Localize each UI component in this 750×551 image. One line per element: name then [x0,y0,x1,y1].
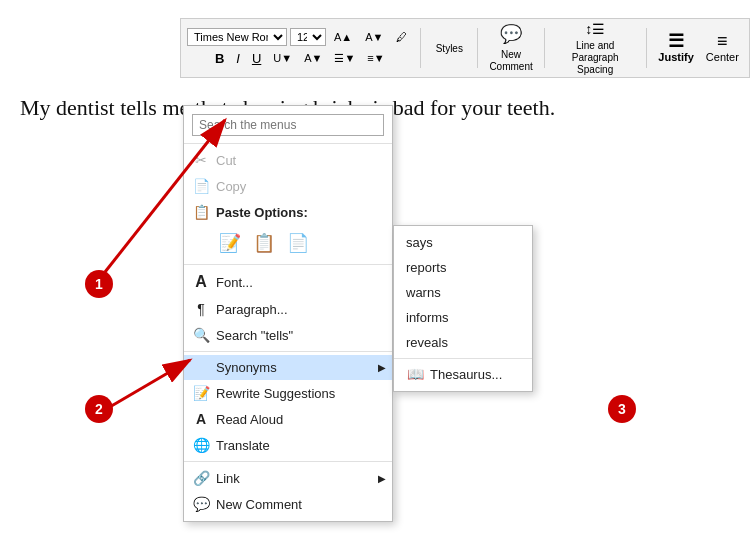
link-arrow-icon: ▶ [378,473,386,484]
italic-button[interactable]: I [231,48,245,69]
read-aloud-label: Read Aloud [216,412,283,427]
translate-item[interactable]: 🌐 Translate [184,432,392,458]
copy-item: 📄 Copy [184,173,392,199]
read-aloud-icon: A [192,411,210,427]
synonym-warns[interactable]: warns [394,280,532,305]
styles-button[interactable]: Styles [429,24,469,72]
divider3 [184,351,392,352]
translate-icon: 🌐 [192,437,210,453]
font-name-row: Times New Roman 12 A▲ A▼ 🖊 [187,28,412,46]
annotation-2: 2 [85,395,113,423]
copy-label: Copy [216,179,246,194]
context-menu: ✂ Cut 📄 Copy 📋 Paste Options: 📝 📋 📄 A Fo… [183,105,393,522]
paste-icon: 📋 [192,204,210,220]
line-spacing-button[interactable]: ↕☰ Line andParagraph Spacing [553,24,638,72]
bullet-list-button[interactable]: ☰▼ [329,49,360,68]
search-box-row [184,110,392,140]
cut-icon: ✂ [192,152,210,168]
cut-label: Cut [216,153,236,168]
shrink-font-button[interactable]: A▼ [360,28,388,46]
search-icon: 🔍 [192,327,210,343]
paste-icons-row: 📝 📋 📄 [184,225,392,261]
link-item[interactable]: 🔗 Link ▶ [184,465,392,491]
sep4 [646,28,647,68]
menu-search-input[interactable] [192,114,384,136]
center-button[interactable]: ≡ Center [702,24,743,72]
says-label: says [406,235,433,250]
sep2 [477,28,478,68]
font-label: Font... [216,275,253,290]
divider1 [184,143,392,144]
new-comment-button[interactable]: 💬 NewComment [486,24,536,72]
justify-icon: ☰ [668,32,684,50]
synonym-says[interactable]: says [394,230,532,255]
format-row: B I U U▼ A▼ ☰▼ ≡▼ [210,48,390,69]
svg-line-3 [108,360,190,408]
paste-btn-3[interactable]: 📄 [284,229,312,257]
reports-label: reports [406,260,446,275]
justify-label: Justify [658,50,693,64]
divider4 [184,461,392,462]
paragraph-item[interactable]: ¶ Paragraph... [184,296,392,322]
styles-label: Styles [436,42,463,55]
paste-options-item: 📋 Paste Options: [184,199,392,225]
center-icon: ≡ [717,32,728,50]
font-name-select[interactable]: Times New Roman [187,28,287,46]
sep3 [544,28,545,68]
synonym-informs[interactable]: informs [394,305,532,330]
synonyms-item[interactable]: Synonyms ▶ [184,355,392,380]
line-para-label: Line andParagraph Spacing [560,40,631,76]
rewrite-icon: 📝 [192,385,210,401]
rewrite-label: Rewrite Suggestions [216,386,335,401]
new-comment-label: New Comment [216,497,302,512]
new-comment-icon: 💬 [192,496,210,512]
annotation-3: 3 [608,395,636,423]
synonyms-submenu: says reports warns informs reveals 📖 The… [393,225,533,392]
annotation-1: 1 [85,270,113,298]
synonym-reveals[interactable]: reveals [394,330,532,355]
read-aloud-item[interactable]: A Read Aloud [184,406,392,432]
paste-btn-2[interactable]: 📋 [250,229,278,257]
rewrite-item[interactable]: 📝 Rewrite Suggestions [184,380,392,406]
thesaurus-icon: 📖 [406,366,424,382]
synonym-reports[interactable]: reports [394,255,532,280]
highlight-button[interactable]: U▼ [268,49,297,67]
cut-item: ✂ Cut [184,147,392,173]
warns-label: warns [406,285,441,300]
divider2 [184,264,392,265]
clear-format-button[interactable]: 🖊 [391,28,412,46]
thesaurus-item[interactable]: 📖 Thesaurus... [394,358,532,387]
grow-font-button[interactable]: A▲ [329,28,357,46]
font-group: Times New Roman 12 A▲ A▼ 🖊 B I U U▼ A▼ ☰… [187,28,412,69]
bold-button[interactable]: B [210,48,229,69]
new-comment-label: NewComment [489,49,532,73]
comment-icon: 💬 [500,23,522,46]
paragraph-label: Paragraph... [216,302,288,317]
copy-icon: 📄 [192,178,210,194]
font-size-select[interactable]: 12 [290,28,326,46]
synonyms-label: Synonyms [216,360,277,375]
search-label: Search "tells" [216,328,293,343]
line-spacing-icon: ↕☰ [585,20,605,38]
link-icon: 🔗 [192,470,210,486]
justify-button[interactable]: ☰ Justify [654,24,697,72]
new-comment-item[interactable]: 💬 New Comment [184,491,392,517]
informs-label: informs [406,310,449,325]
toolbar: Times New Roman 12 A▲ A▼ 🖊 B I U U▼ A▼ ☰… [180,18,750,78]
search-item[interactable]: 🔍 Search "tells" [184,322,392,348]
font-item[interactable]: A Font... [184,268,392,296]
synonyms-arrow-icon: ▶ [378,362,386,373]
font-icon: A [192,273,210,291]
underline-button[interactable]: U [247,48,266,69]
reveals-label: reveals [406,335,448,350]
paragraph-icon: ¶ [192,301,210,317]
paste-options-label: Paste Options: [216,205,308,220]
font-color-button[interactable]: A▼ [299,49,327,67]
numbering-button[interactable]: ≡▼ [362,49,389,67]
translate-label: Translate [216,438,270,453]
sep1 [420,28,421,68]
link-label: Link [216,471,240,486]
thesaurus-label: Thesaurus... [430,367,502,382]
center-label: Center [706,50,739,64]
paste-btn-1[interactable]: 📝 [216,229,244,257]
